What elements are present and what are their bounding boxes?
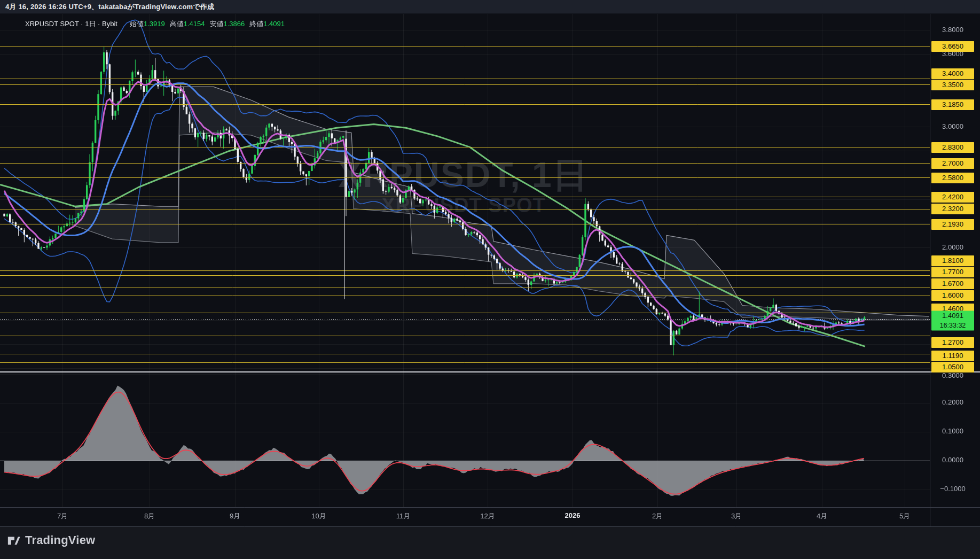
oscillator-grid-label: −0.1000 (931, 484, 974, 494)
price-level-label: 1.1190 (931, 351, 974, 361)
price-level-label: 3.1850 (931, 99, 974, 110)
time-axis-label: 12月 (480, 511, 495, 521)
legend-symbol[interactable]: XRPUSDT SPOT · 1日 · Bybit (25, 20, 117, 28)
time-axis-label: 4月 (817, 511, 827, 521)
oscillator-grid-label: 0.1000 (931, 426, 974, 437)
legend-high-label: 高値 (170, 20, 184, 28)
price-level-label: 1.8100 (931, 255, 974, 266)
price-level-label: 1.6000 (931, 290, 974, 301)
legend-low-value: 1.3866 (223, 20, 245, 28)
legend-low-label: 安値 (209, 20, 223, 28)
time-axis-label: 3月 (731, 511, 742, 521)
price-level-label: 3.6650 (931, 41, 974, 52)
time-axis-label: 2月 (652, 511, 663, 521)
oscillator-grid-label: 0.0000 (931, 455, 974, 465)
time-axis[interactable]: 7月8月9月10月11月12月20262月3月4月5月 (0, 507, 980, 526)
price-level-label: 3.3500 (931, 80, 974, 90)
time-axis-label: 11月 (396, 511, 411, 521)
price-level-label: 2.7000 (931, 158, 974, 169)
time-axis-label: 7月 (57, 511, 68, 521)
legend-open-label: 始値 (130, 20, 144, 28)
attribution-bar: 4月 16, 2026 16:26 UTC+9、takatabaがTrading… (0, 0, 980, 14)
legend-close-value: 1.4091 (263, 20, 285, 28)
price-grid-label: 3.0000 (931, 121, 974, 132)
price-level-label: 1.2700 (931, 337, 974, 348)
price-level-label: 1.6700 (931, 278, 974, 289)
price-level-label: 2.5800 (931, 173, 974, 183)
price-level-label: 2.3200 (931, 204, 974, 214)
footer-bar: TradingView (0, 527, 980, 559)
price-axis[interactable]: 3.80003.60003.00002.00000.30000.20000.10… (930, 13, 980, 526)
price-grid-label: 2.0000 (931, 242, 974, 253)
bar-countdown: 16:33:32 (931, 321, 974, 330)
price-level-label: 2.4200 (931, 192, 974, 203)
current-price-value: 1.4091 (931, 311, 974, 321)
time-axis-label: 9月 (230, 511, 240, 521)
time-axis-label: 10月 (311, 511, 326, 521)
oscillator-grid-label: 0.2000 (931, 397, 974, 408)
legend-close-label: 終値 (249, 20, 263, 28)
time-axis-label: 2026 (565, 511, 581, 519)
time-axis-label: 8月 (144, 511, 155, 521)
tradingview-logo[interactable]: TradingView (7, 533, 95, 547)
current-price-label: 1.409116:33:32 (931, 311, 974, 331)
chart-legend[interactable]: XRPUSDT SPOT · 1日 · Bybit始値1.3919高値1.415… (25, 19, 285, 29)
legend-high-value: 1.4154 (184, 20, 205, 28)
price-level-label: 3.4000 (931, 68, 974, 79)
price-level-label: 2.8300 (931, 142, 974, 153)
tradingview-logo-icon (7, 533, 21, 547)
price-level-label: 1.7700 (931, 267, 974, 277)
time-axis-label: 5月 (899, 511, 910, 521)
price-grid-label: 3.8000 (931, 25, 974, 35)
tradingview-chart-window: XRPUSDT, 1日 XRPUSDT SPOT 4月 16, 2026 16:… (0, 0, 980, 559)
attribution-text: 4月 16, 2026 16:26 UTC+9、takatabaがTrading… (5, 2, 214, 12)
price-level-label: 1.0500 (931, 362, 974, 372)
legend-open-value: 1.3919 (144, 20, 165, 28)
tradingview-brand-text: TradingView (25, 533, 95, 547)
price-level-label: 2.1930 (931, 219, 974, 230)
chart-canvas[interactable] (0, 0, 980, 559)
